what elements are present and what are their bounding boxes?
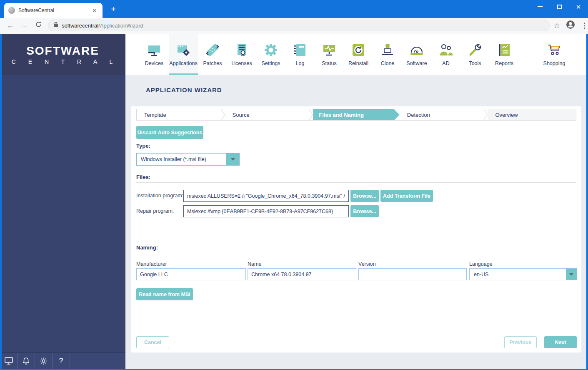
language-dropdown-button[interactable] [566, 269, 577, 280]
step-overview[interactable]: Overview [488, 109, 576, 120]
lock-icon [53, 22, 58, 29]
sidebar-footer: ? [0, 352, 125, 369]
version-input[interactable] [358, 268, 467, 280]
nav-item-reports[interactable]: Reports [490, 34, 519, 75]
tab-close-icon[interactable]: ✕ [90, 7, 98, 15]
read-name-from-msi-button[interactable]: Read name from MSI [136, 288, 193, 300]
window-frame-left [0, 34, 2, 369]
main-content: APPLICATION WIZARD Template Source Files… [125, 75, 588, 369]
sidebar: SOFTWARE C E N T R A L ? [0, 34, 125, 369]
devices-footer-icon[interactable] [0, 353, 18, 369]
wizard-steps: Template Source Files and Naming Detecti… [136, 109, 576, 121]
url-bar[interactable]: softwarecentral/ApplicationWizard [48, 20, 550, 31]
chevron-down-icon [231, 158, 235, 161]
name-input[interactable] [248, 268, 356, 280]
ad-icon [438, 40, 454, 60]
version-label: Version [358, 261, 376, 267]
browser-toolbar: ← → softwarecentral/ApplicationWizard ☆ … [0, 18, 588, 33]
window-frame-right [586, 34, 588, 369]
status-icon [321, 40, 338, 60]
installation-program-label: Installation program: [136, 193, 183, 199]
nav-item-ad[interactable]: AD [431, 34, 460, 75]
settings-icon [263, 40, 279, 60]
type-label: Type: [136, 143, 150, 149]
files-section-label: Files: [136, 174, 150, 180]
language-dropdown-value: en-US [470, 269, 566, 280]
language-dropdown[interactable]: en-US [469, 268, 577, 280]
step-template[interactable]: Template [137, 109, 225, 120]
window-minimize-icon[interactable] [530, 0, 550, 13]
step-source[interactable]: Source [225, 109, 313, 120]
previous-button[interactable]: Previous [504, 336, 537, 348]
nav-item-software[interactable]: Software [402, 34, 431, 75]
repair-program-label: Repair program: [136, 208, 174, 214]
manufacturer-label: Manufacturer [136, 261, 167, 267]
top-navigation: Devices Applications Patches Licenses Se… [125, 34, 588, 75]
clone-icon [379, 40, 396, 60]
type-dropdown-button[interactable] [226, 154, 239, 165]
nav-item-applications[interactable]: Applications [169, 34, 198, 75]
nav-item-tools[interactable]: Tools [460, 34, 490, 75]
log-icon [292, 40, 308, 60]
software-icon [408, 40, 425, 60]
forward-icon[interactable]: → [18, 21, 32, 30]
step-separator [309, 109, 313, 120]
repair-program-input[interactable] [183, 205, 349, 217]
nav-item-patches[interactable]: Patches [198, 34, 227, 75]
app-logo[interactable]: SOFTWARE C E N T R A L [0, 34, 125, 75]
installation-program-input[interactable] [183, 190, 349, 202]
browser-tab[interactable]: SoftwareCentral ✕ [4, 3, 103, 18]
manufacturer-input[interactable] [136, 268, 246, 280]
logo-text-top: SOFTWARE [26, 44, 99, 58]
reload-icon[interactable] [31, 21, 45, 30]
nav-item-reinstall[interactable]: Reinstall [344, 34, 373, 75]
name-label: Name [248, 261, 261, 267]
logo-text-bottom: C E N T R A L [12, 58, 118, 65]
files-divider [136, 182, 576, 183]
nav-item-licenses[interactable]: Licenses [227, 34, 256, 75]
language-label: Language [469, 261, 493, 267]
nav-item-settings[interactable]: Settings [256, 34, 285, 75]
nav-item-status[interactable]: Status [315, 34, 344, 75]
reinstall-icon [350, 40, 367, 60]
type-dropdown-value: Windows Installer (*.msi file) [137, 154, 226, 165]
back-icon[interactable]: ← [3, 21, 18, 30]
devices-icon [146, 40, 163, 60]
patches-icon [204, 40, 221, 60]
bookmark-star-icon[interactable]: ☆ [554, 21, 560, 30]
browser-titlebar: SoftwareCentral ✕ + ✕ [0, 0, 588, 18]
cancel-button[interactable]: Cancel [136, 336, 169, 348]
new-tab-icon[interactable]: + [108, 4, 119, 15]
notifications-bell-icon[interactable] [18, 353, 35, 369]
step-separator [221, 109, 225, 120]
url-text: softwarecentral/ApplicationWizard [62, 23, 143, 29]
type-dropdown[interactable]: Windows Installer (*.msi file) [136, 153, 240, 166]
browse-button[interactable]: Browse... [350, 190, 379, 202]
site-favicon [8, 7, 15, 14]
page-title: APPLICATION WIZARD [146, 86, 222, 93]
nav-item-clone[interactable]: Clone [373, 34, 402, 75]
settings-gear-icon[interactable] [35, 353, 53, 369]
discard-auto-suggestions-button[interactable]: Discard Auto Suggestions [136, 126, 203, 139]
browser-menu-icon[interactable]: ⋮ [581, 21, 588, 30]
browse-button[interactable]: Browse... [350, 205, 379, 217]
nav-item-devices[interactable]: Devices [140, 34, 169, 75]
step-files-and-naming[interactable]: Files and Naming [313, 109, 400, 120]
profile-avatar-icon[interactable] [566, 20, 575, 31]
next-button[interactable]: Next [544, 336, 577, 348]
add-transform-file-button[interactable]: Add Transform File [380, 190, 433, 202]
tab-title: SoftwareCentral [18, 8, 90, 13]
reports-icon [496, 40, 513, 60]
nav-item-shopping[interactable]: Shopping [540, 34, 569, 75]
shopping-cart-icon [546, 40, 563, 60]
window-maximize-icon[interactable] [550, 0, 569, 13]
applications-icon [175, 40, 192, 60]
step-separator [483, 109, 488, 120]
help-icon[interactable]: ? [53, 353, 70, 369]
chevron-down-icon [569, 273, 573, 276]
nav-item-log[interactable]: Log [285, 34, 315, 75]
wizard-panel: Template Source Files and Naming Detecti… [131, 106, 581, 352]
step-detection[interactable]: Detection [400, 109, 488, 120]
window-close-icon[interactable]: ✕ [569, 0, 588, 13]
tools-icon [467, 40, 483, 60]
